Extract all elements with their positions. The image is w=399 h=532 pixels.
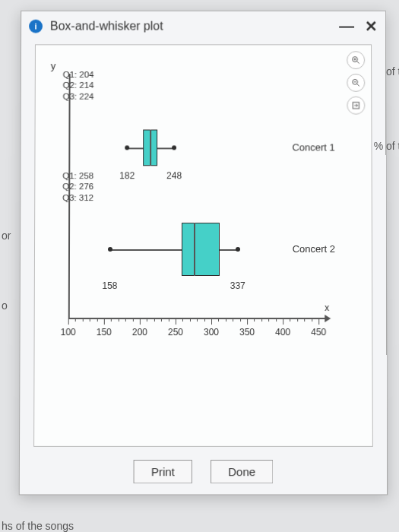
x-tick-label: 400 [275,327,290,337]
whisker-value: 248 [166,170,182,181]
y-axis-label: y [51,60,56,71]
boxplot-chart: y x100150200250300350400450Q1: 204 Q2: 2… [50,60,337,348]
quartile-stats: Q1: 204 Q2: 214 Q3: 224 [63,69,94,102]
x-tick-label: 250 [168,327,183,337]
bg-text: of the [386,65,399,78]
dialog-titlebar: i Box-and-whisker plot — ✕ [21,11,385,39]
series-label: Concert 2 [293,243,335,255]
print-button[interactable]: Print [134,460,192,483]
x-tick-label: 100 [61,327,76,337]
expand-icon[interactable] [347,97,365,115]
bg-text: or [2,230,11,242]
zoom-out-icon[interactable] [347,74,365,92]
bg-text: % of the [374,140,399,152]
info-badge: i [29,20,43,33]
minimize-button[interactable]: — [339,17,354,36]
x-tick-label: 150 [97,327,112,337]
dialog-buttons: Print Done [20,460,387,483]
zoom-tools [347,51,365,114]
close-button[interactable]: ✕ [365,17,378,36]
svg-line-1 [357,62,359,64]
box [182,223,220,276]
bg-text: hs of the songs [2,520,74,532]
dialog-window: i Box-and-whisker plot — ✕ y x1001502002… [19,11,388,496]
whisker-value: 337 [230,280,245,291]
whisker-value: 158 [102,280,117,291]
x-tick-label: 450 [311,327,326,337]
x-tick-label: 350 [239,327,255,337]
plot-area: x100150200250300350400450Q1: 204 Q2: 214… [61,65,337,348]
bg-text: o [2,299,8,312]
zoom-in-icon[interactable] [347,51,365,69]
whisker-value: 182 [119,170,135,181]
done-button[interactable]: Done [211,460,273,483]
x-tick-label: 200 [132,327,147,337]
chart-panel: y x100150200250300350400450Q1: 204 Q2: 2… [33,44,373,447]
dialog-title: Box-and-whisker plot [50,20,163,33]
quartile-stats: Q1: 258 Q2: 276 Q3: 312 [62,170,93,203]
x-tick-label: 300 [204,327,219,337]
series-label: Concert 1 [292,141,334,153]
svg-line-5 [357,84,359,86]
